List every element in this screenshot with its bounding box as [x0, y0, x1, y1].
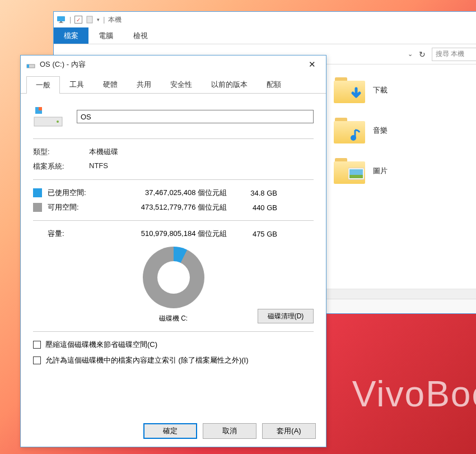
- index-checkbox[interactable]: [33, 356, 41, 364]
- type-label: 類型:: [33, 147, 89, 157]
- folder-item-music[interactable]: 音樂: [334, 110, 476, 151]
- tab-general[interactable]: 一般: [26, 76, 60, 94]
- dialog-title: OS (C:) - 內容: [40, 59, 304, 70]
- ok-button[interactable]: 確定: [143, 423, 197, 439]
- compress-checkbox[interactable]: [33, 341, 41, 349]
- capacity-bytes: 510,979,805,184 個位元組: [104, 229, 227, 239]
- capacity-gb: 475 GB: [227, 230, 277, 238]
- svg-point-4: [351, 135, 356, 141]
- drive-icon-large: [33, 105, 63, 128]
- fs-label: 檔案系統:: [33, 161, 89, 172]
- svg-rect-7: [349, 175, 363, 178]
- ribbon-tabs: 檔案 電腦 檢視: [54, 27, 476, 44]
- cancel-button[interactable]: 取消: [203, 423, 256, 439]
- dialog-buttons: 確定 取消 套用(A): [143, 423, 316, 439]
- folder-item-downloads[interactable]: 下載: [334, 70, 476, 110]
- folder-label: 圖片: [373, 166, 388, 176]
- folder-icon: [334, 118, 365, 143]
- drive-icon: [26, 60, 35, 69]
- desktop-brand-text: VivoBoo: [352, 373, 476, 415]
- ribbon-tab-view[interactable]: 檢視: [123, 27, 158, 44]
- music-note-icon: [348, 127, 364, 142]
- svg-point-13: [57, 121, 59, 123]
- disk-cleanup-button[interactable]: 磁碟清理(D): [258, 309, 314, 323]
- svg-rect-2: [59, 22, 63, 23]
- svg-rect-1: [60, 21, 62, 22]
- free-color-swatch: [33, 203, 42, 212]
- qat-checkbox-icon[interactable]: ✓: [74, 16, 82, 24]
- tab-hardware[interactable]: 硬體: [94, 76, 127, 93]
- folder-label: 下載: [373, 85, 388, 95]
- tab-previous-versions[interactable]: 以前的版本: [202, 76, 257, 93]
- picture-icon: [348, 166, 364, 182]
- qat-document-icon[interactable]: [86, 16, 94, 24]
- dialog-tabs: 一般 工具 硬體 共用 安全性 以前的版本 配額: [21, 73, 326, 94]
- svg-rect-9: [27, 64, 29, 68]
- close-button[interactable]: ✕: [304, 58, 320, 71]
- address-dropdown-icon[interactable]: ⌄: [408, 50, 413, 58]
- ribbon-tab-file[interactable]: 檔案: [54, 27, 88, 44]
- svg-rect-6: [349, 169, 363, 175]
- donut-chart: [143, 247, 204, 308]
- search-input[interactable]: 搜尋 本機: [432, 48, 476, 61]
- used-gb: 34.8 GB: [227, 189, 277, 197]
- qat-dropdown-icon[interactable]: ▾: [97, 17, 100, 22]
- tab-security[interactable]: 安全性: [161, 76, 202, 93]
- drive-name-input[interactable]: [77, 110, 314, 123]
- drive-label: 磁碟機 C:: [159, 314, 188, 323]
- folder-item-pictures[interactable]: 圖片: [334, 151, 476, 191]
- used-bytes: 37,467,025,408 個位元組: [104, 188, 227, 198]
- folder-label: 音樂: [373, 126, 388, 136]
- ribbon-tab-computer[interactable]: 電腦: [88, 27, 123, 44]
- compress-label: 壓縮這個磁碟機來節省磁碟空間(C): [45, 340, 157, 350]
- properties-dialog: OS (C:) - 內容 ✕ 一般 工具 硬體 共用 安全性 以前的版本 配額 …: [20, 55, 326, 447]
- tab-quota[interactable]: 配額: [257, 76, 291, 93]
- tab-sharing[interactable]: 共用: [127, 76, 161, 93]
- dialog-body: 類型:本機磁碟 檔案系統:NTFS 已使用空間: 37,467,025,408 …: [21, 94, 326, 377]
- tab-tools[interactable]: 工具: [60, 76, 94, 93]
- folder-icon: [334, 77, 365, 103]
- dialog-titlebar[interactable]: OS (C:) - 內容 ✕: [21, 55, 326, 73]
- free-bytes: 473,512,779,776 個位元組: [104, 202, 227, 212]
- download-arrow-icon: [348, 86, 364, 102]
- capacity-label: 容量:: [48, 229, 104, 239]
- free-label: 可用空間:: [48, 202, 104, 212]
- monitor-icon: [57, 16, 66, 23]
- refresh-button[interactable]: ↻: [416, 48, 428, 61]
- explorer-title: 本機: [108, 15, 122, 25]
- folder-icon: [334, 158, 365, 184]
- explorer-titlebar: | ✓ ▾ | 本機: [54, 12, 476, 27]
- titlebar-separator-2: |: [103, 16, 105, 24]
- free-gb: 440 GB: [227, 203, 277, 212]
- used-label: 已使用空間:: [48, 188, 104, 198]
- titlebar-separator: |: [69, 16, 71, 24]
- index-label: 允許為這個磁碟機中的檔案內容建立索引 (除了檔案屬性之外)(I): [45, 355, 249, 365]
- svg-rect-3: [87, 16, 92, 23]
- type-value: 本機磁碟: [89, 147, 118, 157]
- svg-rect-0: [57, 16, 65, 21]
- fs-value: NTFS: [89, 161, 108, 172]
- used-color-swatch: [33, 188, 42, 197]
- apply-button[interactable]: 套用(A): [262, 423, 316, 439]
- disk-usage-chart: 磁碟機 C: 磁碟清理(D): [33, 247, 314, 323]
- svg-rect-12: [39, 107, 42, 110]
